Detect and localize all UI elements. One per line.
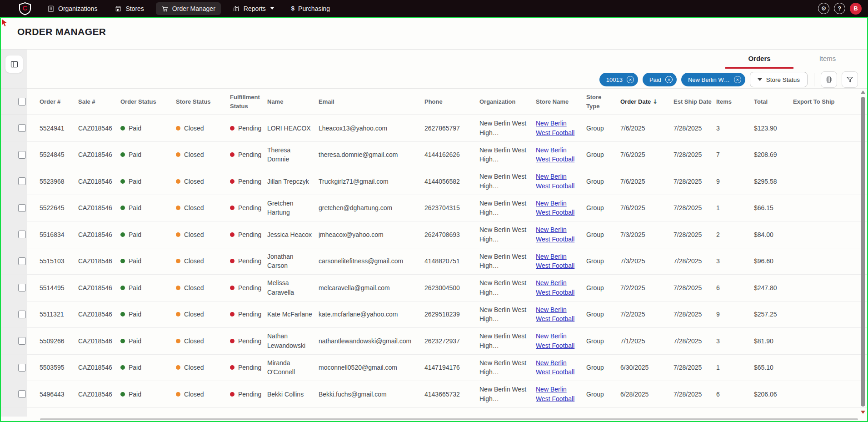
row-checkbox[interactable] <box>18 204 26 212</box>
cell-total: $257.25 <box>754 310 793 319</box>
store-name-link[interactable]: New Berlin West Football <box>536 226 574 242</box>
column-header-fulfillment-status[interactable]: Fulfillment Status <box>230 93 267 111</box>
store-name-link[interactable]: New Berlin West Football <box>536 332 574 349</box>
scroll-down-icon[interactable] <box>861 411 865 414</box>
column-header-store-name[interactable]: Store Name <box>536 97 586 106</box>
column-header-name[interactable]: Name <box>267 97 319 106</box>
column-header-organization[interactable]: Organization <box>479 97 536 106</box>
cell-organization: New Berlin West High… <box>479 332 536 350</box>
brand-logo[interactable]: C <box>18 2 32 15</box>
remove-filter-icon[interactable]: × <box>627 76 634 83</box>
status-dot <box>230 312 234 316</box>
remove-filter-icon[interactable]: × <box>734 76 741 83</box>
store-name-link[interactable]: New Berlin West Football <box>536 253 574 269</box>
cell-store-name: New Berlin West Football <box>536 385 586 403</box>
cell-order-date: 6/28/2025 <box>620 390 673 399</box>
column-header-email[interactable]: Email <box>319 97 424 106</box>
column-header-phone[interactable]: Phone <box>424 97 479 106</box>
row-checkbox[interactable] <box>18 124 26 132</box>
store-name-link[interactable]: New Berlin West Football <box>536 173 574 189</box>
store-name-link[interactable]: New Berlin West Football <box>536 306 574 322</box>
row-checkbox[interactable] <box>18 231 26 238</box>
nav-item-order-manager[interactable]: Order Manager <box>156 2 221 15</box>
store-name-link[interactable]: New Berlin West Football <box>536 386 574 402</box>
row-checkbox[interactable] <box>18 177 26 185</box>
store-status-dropdown[interactable]: Store Status <box>750 72 808 87</box>
cell-est-ship-date: 7/28/2025 <box>673 256 716 266</box>
table-row[interactable]: 5516834CAZ018546PaidClosedPendingJessica… <box>1 221 867 248</box>
column-header-label: Export To Ship <box>793 98 834 105</box>
column-settings-button[interactable] <box>821 71 837 88</box>
vertical-scrollbar-thumb[interactable] <box>861 97 865 407</box>
table-row[interactable]: 5524941CAZ018546PaidClosedPendingLORI HE… <box>1 115 867 142</box>
horizontal-scrollbar[interactable] <box>40 418 858 420</box>
filter-divider <box>814 73 814 86</box>
filter-button[interactable] <box>842 71 858 88</box>
table-row[interactable]: 5496443CAZ018546PaidClosedPendingBekki C… <box>1 381 867 408</box>
column-header-sale[interactable]: Sale # <box>78 97 120 106</box>
nav-item-stores[interactable]: Stores <box>109 2 149 15</box>
help-button[interactable]: ? <box>834 3 845 14</box>
filter-chip-10013[interactable]: 10013× <box>599 73 638 86</box>
table-row[interactable]: 5523968CAZ018546PaidClosedPendingJillan … <box>1 168 867 195</box>
table-row[interactable]: 5509266CAZ018546PaidClosedPendingNathan … <box>1 328 867 355</box>
vertical-scrollbar[interactable] <box>860 90 866 414</box>
row-checkbox[interactable] <box>18 284 26 291</box>
cell-phone: 2623272937 <box>424 337 479 346</box>
filter-chip-new-berlin-w[interactable]: New Berlin W…× <box>681 73 745 86</box>
column-header-order-status[interactable]: Order Status <box>120 97 176 106</box>
nav-item-organizations[interactable]: Organizations <box>42 2 103 15</box>
tab-orders[interactable]: Orders <box>725 50 793 69</box>
status-label: Closed <box>184 363 204 372</box>
store-name-link[interactable]: New Berlin West Football <box>536 279 574 296</box>
tab-items[interactable]: Items <box>793 50 862 69</box>
row-checkbox[interactable] <box>18 257 26 265</box>
table-row[interactable]: 5503595CAZ018546PaidClosedPendingMiranda… <box>1 355 867 382</box>
filter-chip-paid[interactable]: Paid× <box>643 73 677 86</box>
cell-sale-no: CAZ018546 <box>78 177 120 186</box>
cell-order-status: Paid <box>120 390 176 399</box>
status-badge: Pending <box>230 390 263 399</box>
row-checkbox[interactable] <box>18 390 26 398</box>
row-checkbox[interactable] <box>18 311 26 318</box>
table-row[interactable]: 5524845CAZ018546PaidClosedPendingTheresa… <box>1 142 867 169</box>
scroll-up-icon[interactable] <box>861 90 865 94</box>
remove-filter-icon[interactable]: × <box>665 76 673 83</box>
table-row[interactable]: 5511321CAZ018546PaidClosedPendingKate Mc… <box>1 301 867 328</box>
column-header-store-status[interactable]: Store Status <box>176 97 230 106</box>
table-row[interactable]: 5515103CAZ018546PaidClosedPendingJonatha… <box>1 248 867 275</box>
row-checkbox[interactable] <box>18 151 26 159</box>
column-header-order[interactable]: Order # <box>40 97 78 106</box>
sidebar-toggle-button[interactable] <box>5 55 23 73</box>
table-row[interactable]: 5514495CAZ018546PaidClosedPendingMelissa… <box>1 275 867 301</box>
status-dot <box>176 152 180 157</box>
cell-fulfillment-status: Pending <box>230 150 267 159</box>
row-checkbox[interactable] <box>18 364 26 372</box>
cell-order-status: Paid <box>120 363 176 372</box>
store-name-link[interactable]: New Berlin West Football <box>536 359 574 376</box>
status-dot <box>230 232 234 237</box>
settings-button[interactable]: ⚙ <box>818 3 829 14</box>
select-all-checkbox[interactable] <box>18 98 26 106</box>
column-header-items[interactable]: Items <box>716 97 754 106</box>
cell-store-name: New Berlin West Football <box>536 252 586 271</box>
store-name-link[interactable]: New Berlin West Football <box>536 200 574 216</box>
store-name-link[interactable]: New Berlin West Football <box>536 120 574 136</box>
column-header-total[interactable]: Total <box>754 97 793 106</box>
nav-item-reports[interactable]: Reports <box>227 2 279 15</box>
store-name-link[interactable]: New Berlin West Football <box>536 146 574 163</box>
cell-fulfillment-status: Pending <box>230 283 267 292</box>
table-row[interactable]: 5522645CAZ018546PaidClosedPendingGretche… <box>1 195 867 222</box>
status-badge: Closed <box>176 310 225 319</box>
status-dot <box>120 312 125 316</box>
column-header-est-ship-date[interactable]: Est Ship Date <box>673 97 716 106</box>
nav-item-purchasing[interactable]: $Purchasing <box>286 2 335 15</box>
column-header-order-date[interactable]: Order Date↓ <box>620 97 673 106</box>
cell-organization: New Berlin West High… <box>479 172 536 191</box>
row-checkbox[interactable] <box>18 337 26 345</box>
status-label: Closed <box>184 310 204 319</box>
column-header-store-type[interactable]: Store Type <box>586 93 620 111</box>
column-header-export-to-ship[interactable]: Export To Ship <box>793 97 867 106</box>
cell-total: $66.15 <box>754 203 793 212</box>
user-avatar[interactable]: B <box>850 3 862 15</box>
